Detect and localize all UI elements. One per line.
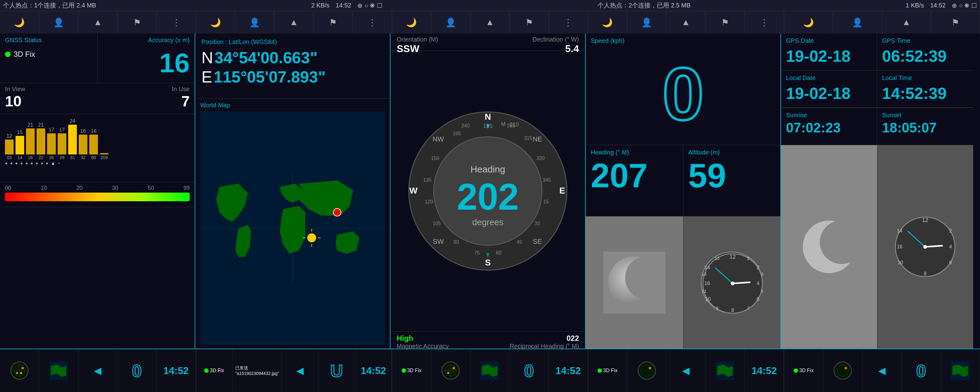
moon-btn-1[interactable]: 🌙 [0,11,39,33]
status-center-1: 2 KB/s 14:52 ⊕ ○ ❋ ☐ [311,2,382,9]
nav-btn-2[interactable]: ▲ [274,11,313,33]
moon-svg [603,252,665,314]
bar-group: 1632 [79,128,88,160]
svg-point-94 [16,372,18,374]
icons-1: ⊕ ○ ❋ ☐ [357,2,382,9]
moon-btn-2[interactable]: 🌙 [196,11,235,33]
icon-toolbar: 🌙 👤 ▲ ⚑ ⋮ 🌙 👤 ▲ ⚑ ⋮ 🌙 👤 ▲ ⚑ ⋮ 🌙 👤 ▲ ⚑ ⋮ … [0,11,980,33]
snr-area: 00 10 20 30 50 99 [0,182,195,207]
toolbar-section-5: 🌙 👤 ▲ ⚑ [784,11,980,33]
svg-marker-4 [280,183,302,203]
user-btn-2[interactable]: 👤 [235,11,274,33]
more-btn-1[interactable]: ⋮ [157,11,196,33]
bar-group: 2122 [37,122,45,160]
bars-container: 120315142116212217261729243116321666209 [5,116,190,160]
taskbar-map-3[interactable] [471,349,509,392]
mini-map-icon-3 [480,361,499,380]
gps-time-value: 06:52:39 [882,47,968,65]
moon-clock-row: 12 2 4 6 8 10 16 14 1 3 5 7 9 1 [586,217,780,349]
svg-point-9 [307,233,316,242]
snr-labels: 00 10 20 30 50 99 [5,185,190,191]
user-btn-4[interactable]: 👤 [627,11,667,33]
moon-btn-5[interactable]: 🌙 [784,11,833,33]
taskbar-map-5[interactable] [941,349,980,392]
position-panel: Position : Lat/Lon (WGS84) N 34°54'00.66… [195,33,390,349]
svg-text:12: 12 [730,254,736,260]
nav-btn-3[interactable]: ▲ [471,11,509,33]
svg-text:NE: NE [533,135,542,143]
fix-dot [5,51,11,57]
svg-text:11: 11 [702,289,706,294]
sunrise-sunset-grid: Sunrise 07:02:23 Sunset 18:05:07 [781,108,973,145]
world-map-svg [200,112,385,345]
more-btn-4[interactable]: ⋮ [745,11,783,33]
bar-value-label: 17 [59,127,65,133]
heading-value: 207 [591,158,678,193]
taskbar-zero-5: 0 [902,349,941,392]
svg-text:120: 120 [425,199,433,204]
bar-group: 1514 [16,130,24,160]
clock-box: 12 2 4 6 8 10 16 14 1 3 5 7 9 1 [683,217,781,349]
taskbar-map-1[interactable] [39,349,78,392]
time-grid: GPS Date 19-02-18 GPS Time 06:52:39 Loca… [781,33,973,108]
taskbar-triangle-2: ◄ [282,349,318,392]
user-btn-1[interactable]: 👤 [39,11,78,33]
gps-date-label: GPS Date [786,37,872,45]
nav-btn-4[interactable]: ▲ [667,11,705,33]
bar-group: 2431 [68,118,77,160]
speed-zero-5: 0 [916,361,926,381]
svg-text:202: 202 [457,176,519,217]
altitude-label: Altitude (m) [688,149,776,156]
flag-btn-3[interactable]: ⚑ [509,11,549,33]
taskbar-time-1: 14:52 [156,349,196,392]
svg-text:75: 75 [474,250,480,255]
nav-btn-5[interactable]: ▲ [882,11,931,33]
snr-20: 20 [76,185,83,191]
bar-value-label: 24 [70,118,75,124]
taskbar-radar-3[interactable] [431,349,471,392]
taskbar-section-3: 3D Fix 0 14:52 [392,349,588,392]
taskbar-triangle-4: ◄ [667,349,705,392]
svg-text:4: 4 [949,244,952,249]
flag-btn-4[interactable]: ⚑ [706,11,745,33]
declination-section: Declination (° W) 5.4 [533,36,579,48]
local-date-label: Local Date [786,75,872,81]
speed-box: Speed (kph) 0 [586,33,780,145]
taskbar-radar-1[interactable] [0,349,39,392]
accuracy-label: Accuracy (± m) [148,37,190,44]
svg-marker-5 [280,206,305,254]
taskbar-radar-5[interactable] [824,349,862,392]
nav-btn-1[interactable]: ▲ [78,11,118,33]
more-btn-2[interactable]: ⋮ [353,11,391,33]
bar-value-label: 16 [91,128,96,134]
svg-text:105: 105 [433,221,441,226]
more-btn-3[interactable]: ⋮ [549,11,588,33]
svg-text:SW: SW [433,237,444,245]
signal-2: 1 KB/s [905,2,924,9]
bar-rect [26,128,35,155]
hotspot-info-2: 个人热点：2个连接，已用 2.5 MB [598,1,690,10]
snr-50: 50 [148,185,154,191]
flag-btn-1[interactable]: ⚑ [118,11,156,33]
moon-btn-3[interactable]: 🌙 [392,11,431,33]
taskbar-time-2: 14:52 [355,349,392,392]
taskbar-radar-4[interactable] [627,349,667,392]
radar-icon-1 [10,361,29,380]
moon-btn-4[interactable]: 🌙 [588,11,627,33]
bar-group: 209 [100,153,108,160]
svg-text:15: 15 [543,199,549,204]
world-map-label: World Map [200,102,385,109]
snr-10: 10 [41,185,47,191]
moon-panel5 [781,145,877,349]
signal-1: 2 KB/s [311,2,329,9]
svg-text:60: 60 [496,250,501,255]
svg-text:14: 14 [705,265,710,270]
flag-btn-2[interactable]: ⚑ [313,11,353,33]
taskbar-map-4[interactable] [706,349,745,392]
svg-point-114 [845,367,847,370]
user-btn-3[interactable]: 👤 [431,11,470,33]
user-btn-5[interactable]: 👤 [833,11,882,33]
main-content: GNSS Status 3D Fix Accuracy (± m) 16 In … [0,33,980,349]
local-date-cell: Local Date 19-02-18 [781,71,877,108]
flag-btn-5[interactable]: ⚑ [931,11,980,33]
